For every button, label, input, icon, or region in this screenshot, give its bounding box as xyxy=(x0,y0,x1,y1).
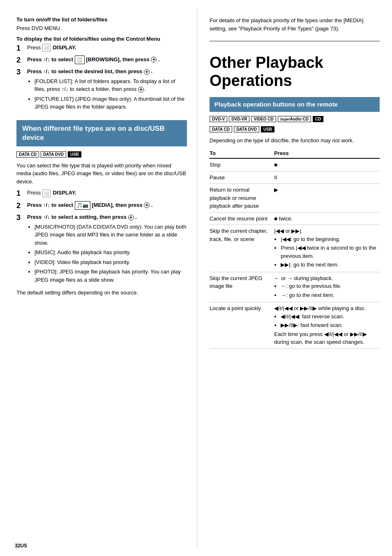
row-skip-jpeg-press: ← or → during playback. ←: go to the pre… xyxy=(274,272,380,302)
table-header-press: Press xyxy=(274,148,380,158)
badge-video-cd: VIDEO CD xyxy=(251,116,276,122)
circle-plus-3: + xyxy=(144,69,150,75)
big-title-line1: Other Playback xyxy=(210,54,323,71)
circle-plus-folder: + xyxy=(138,87,144,93)
locate-bullets: ◀II/|◀◀: fast reverse scan. ▶▶/II▶: fast… xyxy=(281,313,376,329)
when-step-num-1: 1 xyxy=(16,189,27,198)
playback-op-banner-text: Playback operation buttons on the remote xyxy=(214,101,338,108)
banner-when-text: When different file types are on a disc/… xyxy=(22,125,165,141)
bullet-locate-1: ◀II/|◀◀: fast reverse scan. xyxy=(281,313,376,321)
row-stop-press: ■ xyxy=(274,158,380,171)
when-step-1-bold: DISPLAY. xyxy=(53,190,76,196)
row-locate-press: ◀II/|◀◀ or ▶▶/II▶ while playing a disc. … xyxy=(274,302,380,349)
bullet-skip-3: ▶▶|: go to the next item. xyxy=(281,261,376,269)
badge-data-dvd: DATA DVD xyxy=(41,151,66,158)
banner-when-different: When different file types are on a disc/… xyxy=(16,120,187,146)
badge-usb: USB xyxy=(68,151,81,158)
step-1-bold: DISPLAY. xyxy=(53,44,76,51)
step-3-bullets: [FOLDER LIST]: A list of folders appears… xyxy=(35,77,187,111)
when-step-3-bold: Press ↑/↓ to select a setting, then pres… xyxy=(27,214,137,220)
when-step-2-bold: Press ↑/↓ to select 🎵📷 [MEDIA], then pre… xyxy=(27,202,153,208)
display-icon: ⬜ xyxy=(42,44,51,52)
bullet-jpeg-2: →: go to the next item. xyxy=(281,291,376,299)
bullet-music-photo: [MUSIC/PHOTO] (DATA CD/DATA DVD only): Y… xyxy=(35,223,187,247)
when-step-num-2: 2 xyxy=(16,201,27,211)
media-icon: 🎵📷 xyxy=(75,201,90,210)
badge-usb-right: USB xyxy=(261,126,274,132)
table-row: Return to normal playback or resume play… xyxy=(210,184,380,213)
badge-dvd-vr: DVD-VR xyxy=(229,116,249,122)
badge-dvd-v: DVD-V xyxy=(210,116,227,122)
table-header-to: To xyxy=(210,148,274,158)
when-step-3-bullets: [MUSIC/PHOTO] (DATA CD/DATA DVD only): Y… xyxy=(35,223,187,284)
badges-top: DVD-V DVD-VR VIDEO CD SuperAudio CD CD xyxy=(210,116,380,122)
table-row: Skip the current JPEG image file ← or → … xyxy=(210,272,380,302)
bullet-picture-list: [PICTURE LIST] (JPEG image files only): … xyxy=(35,95,187,111)
step-3-top: 3 Press ↑/↓ to select the desired list, … xyxy=(16,67,187,113)
intro-note: For details of the playback priority of … xyxy=(210,16,380,32)
page-number: 32US xyxy=(15,543,27,549)
bullet-jpeg-1: ←: go to the previous file. xyxy=(281,282,376,290)
table-row: Locate a point quickly ◀II/|◀◀ or ▶▶/II▶… xyxy=(210,302,380,349)
skip-jpeg-bullets: ←: go to the previous file. →: go to the… xyxy=(281,282,376,299)
badge-super-audio-cd: SuperAudio CD xyxy=(278,116,311,122)
right-column: For details of the playback priority of … xyxy=(197,8,392,548)
when-step-content-3: Press ↑/↓ to select a setting, then pres… xyxy=(27,213,187,285)
badges-when: DATA CD DATA DVD USB xyxy=(16,151,187,158)
bullet-folder-list: [FOLDER LIST]: A list of folders appears… xyxy=(35,77,187,93)
row-skip-chapter-press: |◀◀ or ▶▶|. |◀◀: go to the beginning. Pr… xyxy=(274,225,380,272)
badge-data-dvd-right: DATA DVD xyxy=(234,126,259,132)
row-pause-to: Pause xyxy=(210,171,274,184)
step-2-top: 2 Press ↑/↓ to select 📋 [BROWSING], then… xyxy=(16,56,187,65)
section-display-list: To display the list of folders/files usi… xyxy=(16,36,187,113)
browsing-icon: 📋 xyxy=(75,56,85,64)
step-2-bold: Press ↑/↓ to select 📋 [BROWSING], then p… xyxy=(27,56,160,63)
step-num-2: 2 xyxy=(16,56,27,65)
step-content-1: Press ⬜ DISPLAY. xyxy=(27,44,187,52)
bullet-skip-1: |◀◀: go to the beginning. xyxy=(281,235,376,243)
circle-plus-when-2: + xyxy=(144,202,150,208)
default-setting-note: The default setting differs depending on… xyxy=(16,289,187,297)
table-row: Stop ■ xyxy=(210,158,380,171)
badge-data-cd: DATA CD xyxy=(16,151,39,158)
function-note: Depending on the type of disc/file, the … xyxy=(210,137,380,145)
when-step-num-3: 3 xyxy=(16,213,27,222)
row-resume-to: Return to normal playback or resume play… xyxy=(210,184,274,213)
bullet-music: [MUSIC]: Audio file playback has priorit… xyxy=(35,248,187,257)
section-divider xyxy=(210,41,380,42)
row-cancel-resume-to: Cancel the resume point xyxy=(210,212,274,225)
when-step-2: 2 Press ↑/↓ to select 🎵📷 [MEDIA], then p… xyxy=(16,201,187,211)
bullet-photo: [PHOTO]: JPEG image file playback has pr… xyxy=(35,268,187,284)
section-turn-on-off: To turn on/off the list of folders/files… xyxy=(16,16,187,32)
section-body-turn-on-off: Press DVD MENU. xyxy=(16,24,187,32)
row-skip-chapter-to: Skip the current chapter, track, file, o… xyxy=(210,225,274,272)
table-row: Skip the current chapter, track, file, o… xyxy=(210,225,380,272)
row-stop-to: Stop xyxy=(210,158,274,171)
when-step-content-1: Press ⬜ DISPLAY. xyxy=(27,189,187,197)
step-content-2: Press ↑/↓ to select 📋 [BROWSING], then p… xyxy=(27,56,187,64)
table-row: Cancel the resume point ■ twice. xyxy=(210,212,380,225)
step-num-3: 3 xyxy=(16,67,27,77)
bullet-skip-2: Press |◀◀ twice in a second to go to the… xyxy=(281,244,376,260)
playback-table: To Press Stop ■ Pause II Return to norma… xyxy=(210,148,380,349)
when-step-content-2: Press ↑/↓ to select 🎵📷 [MEDIA], then pre… xyxy=(27,201,187,210)
big-title: Other Playback Operations xyxy=(210,54,380,90)
badge-cd: CD xyxy=(313,116,323,122)
display-icon-when: ⬜ xyxy=(42,190,51,197)
when-body-text: You can select the file type that is pla… xyxy=(16,162,187,186)
badge-data-cd-right: DATA CD xyxy=(210,126,232,132)
row-cancel-resume-press: ■ twice. xyxy=(274,212,380,225)
when-step-1: 1 Press ⬜ DISPLAY. xyxy=(16,189,187,198)
locate-note: Each time you press ◀II/|◀◀ or ▶▶/II▶ du… xyxy=(274,331,367,345)
bullet-video: [VIDEO]: Video file playback has priorit… xyxy=(35,258,187,266)
section-heading-turn-on-off: To turn on/off the list of folders/files xyxy=(16,16,187,23)
step-num-1: 1 xyxy=(16,44,27,53)
when-step-3: 3 Press ↑/↓ to select a setting, then pr… xyxy=(16,213,187,285)
badges-bottom: DATA CD DATA DVD USB xyxy=(210,126,380,132)
row-resume-press: ▶ xyxy=(274,184,380,213)
big-title-line2: Operations xyxy=(210,72,292,89)
left-column: To turn on/off the list of folders/files… xyxy=(0,8,197,548)
table-row: Pause II xyxy=(210,171,380,184)
step-1-top: 1 Press ⬜ DISPLAY. xyxy=(16,44,187,53)
circle-plus-when-3: + xyxy=(128,215,134,220)
